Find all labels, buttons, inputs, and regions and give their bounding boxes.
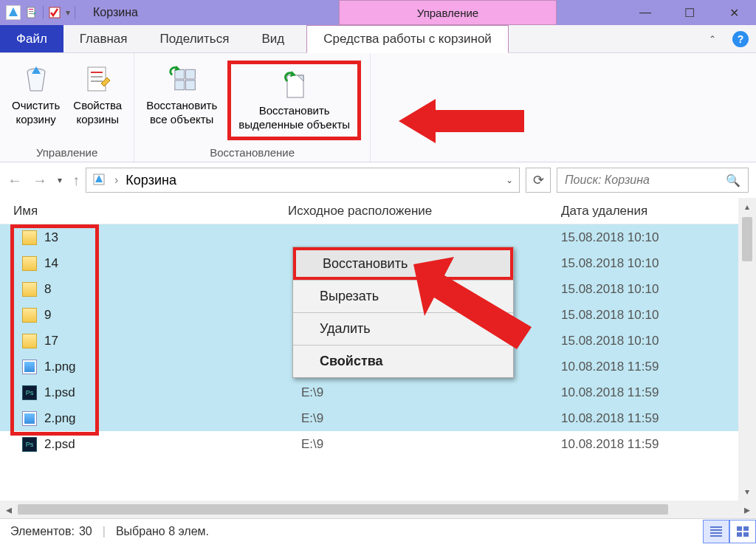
refresh-button[interactable]: ⟳ <box>526 168 551 193</box>
bin-props-label: Свойствакорзины <box>73 99 122 127</box>
file-name: 1.psd <box>44 385 75 400</box>
hscroll-thumb[interactable] <box>18 504 668 515</box>
folder-icon <box>22 256 37 271</box>
folder-icon <box>22 308 37 323</box>
psd-file-icon: Ps <box>22 385 37 400</box>
collapse-ribbon-icon[interactable]: ⌃ <box>709 34 716 44</box>
title-bar: ▾ Корзина Управление — ☐ ✕ <box>0 0 756 25</box>
svg-rect-28 <box>737 526 742 531</box>
restore-all-label: Восстановитьвсе объекты <box>146 99 217 127</box>
qat-dropdown-icon[interactable]: ▾ <box>66 7 70 18</box>
status-selected: Выбрано 8 элем. <box>116 525 209 538</box>
column-orig-location[interactable]: Исходное расположение <box>288 204 561 219</box>
ribbon-group-manage: Очиститькорзину Свойствакорзины Управлен… <box>0 53 134 162</box>
svg-rect-30 <box>737 532 742 537</box>
file-name: 2.png <box>44 411 76 426</box>
svg-marker-20 <box>399 99 524 143</box>
tab-home[interactable]: Главная <box>63 25 144 52</box>
svg-rect-31 <box>743 532 749 537</box>
recycle-bin-addr-icon <box>92 173 107 188</box>
properties-qat-icon[interactable] <box>25 6 38 19</box>
column-headers: Имя Исходное расположение Дата удаления <box>0 198 756 224</box>
address-input[interactable]: › Корзина ⌄ <box>86 168 520 193</box>
scroll-left-icon[interactable]: ◂ <box>0 503 18 517</box>
file-location: E:\9 <box>288 385 561 400</box>
restore-all-icon <box>165 63 198 96</box>
scroll-up-icon[interactable]: ▴ <box>738 198 756 216</box>
file-name: 17 <box>44 334 58 348</box>
breadcrumb-chevron-icon[interactable]: › <box>114 173 118 187</box>
vertical-scrollbar[interactable]: ▴ ▾ <box>738 198 756 501</box>
restore-selected-icon <box>278 69 311 101</box>
address-dropdown-icon[interactable]: ⌄ <box>506 175 513 185</box>
svg-rect-3 <box>29 11 33 12</box>
scroll-down-icon[interactable]: ▾ <box>738 483 756 501</box>
image-file-icon <box>22 360 37 374</box>
status-elements-count: 30 <box>79 525 92 538</box>
help-icon[interactable]: ? <box>732 31 749 47</box>
close-button[interactable]: ✕ <box>712 0 756 25</box>
file-name: 9 <box>44 308 51 323</box>
nav-history-dropdown-icon[interactable]: ▾ <box>58 175 62 185</box>
svg-rect-2 <box>29 9 33 10</box>
tab-recycle-tools[interactable]: Средства работы с корзиной <box>306 25 509 53</box>
view-details-button[interactable] <box>703 520 729 543</box>
checkbox-qat-icon[interactable] <box>48 6 61 19</box>
ribbon-tabs: Файл Главная Поделиться Вид Средства раб… <box>0 25 756 53</box>
ribbon-group-restore-label: Восстановление <box>143 145 361 159</box>
nav-forward-button[interactable]: → <box>32 172 47 189</box>
scroll-thumb[interactable] <box>742 217 752 261</box>
minimize-button[interactable]: — <box>623 0 667 25</box>
table-row[interactable]: 2.pngE:\910.08.2018 11:59 <box>0 405 756 431</box>
tab-view[interactable]: Вид <box>245 25 300 52</box>
maximize-button[interactable]: ☐ <box>667 0 712 25</box>
tab-share[interactable]: Поделиться <box>144 25 246 52</box>
file-date: 10.08.2018 11:59 <box>561 385 756 400</box>
table-row[interactable]: Ps1.psdE:\910.08.2018 11:59 <box>0 379 756 405</box>
svg-rect-13 <box>186 69 196 79</box>
scroll-right-icon[interactable]: ▸ <box>738 503 756 517</box>
svg-rect-10 <box>91 76 103 78</box>
address-bar: ← → ▾ ↑ › Корзина ⌄ ⟳ 🔍 <box>0 162 756 198</box>
empty-bin-label: Очиститькорзину <box>12 99 60 127</box>
file-date: 15.08.2018 10:10 <box>561 256 756 271</box>
svg-rect-14 <box>175 80 185 90</box>
restore-selected-label: Восстановитьвыделенные объекты <box>238 104 350 132</box>
file-name: 14 <box>44 256 58 271</box>
psd-file-icon: Ps <box>22 437 37 452</box>
table-row[interactable]: Ps2.psdE:\910.08.2018 11:59 <box>0 431 756 457</box>
file-list: Имя Исходное расположение Дата удаления … <box>0 198 756 501</box>
svg-rect-26 <box>710 532 722 534</box>
file-name: 2.psd <box>44 437 75 452</box>
column-date-deleted[interactable]: Дата удаления <box>561 204 756 219</box>
svg-rect-9 <box>91 72 103 73</box>
svg-marker-0 <box>9 7 18 16</box>
nav-back-button[interactable]: ← <box>7 172 22 189</box>
folder-icon <box>22 282 37 297</box>
file-date: 15.08.2018 10:10 <box>561 282 756 297</box>
annotation-arrow-icon <box>399 92 532 151</box>
breadcrumb-location[interactable]: Корзина <box>126 173 176 188</box>
restore-all-button[interactable]: Восстановитьвсе объекты <box>143 61 220 130</box>
svg-rect-8 <box>88 67 106 91</box>
nav-up-button[interactable]: ↑ <box>72 172 80 189</box>
tab-file[interactable]: Файл <box>0 25 63 52</box>
svg-rect-11 <box>91 80 103 82</box>
search-input[interactable] <box>565 173 726 187</box>
file-date: 15.08.2018 10:10 <box>561 334 756 348</box>
view-thumbnails-button[interactable] <box>729 520 756 543</box>
search-box[interactable]: 🔍 <box>557 168 749 193</box>
svg-rect-24 <box>710 526 722 528</box>
column-name[interactable]: Имя <box>0 204 288 219</box>
svg-rect-4 <box>29 13 33 14</box>
ribbon-group-manage-label: Управление <box>9 145 125 159</box>
file-date: 10.08.2018 11:59 <box>561 437 756 452</box>
recycle-bin-icon <box>6 5 21 20</box>
horizontal-scrollbar[interactable]: ◂ ▸ <box>0 501 756 518</box>
recycle-bin-properties-button[interactable]: Свойствакорзины <box>70 61 125 130</box>
search-icon[interactable]: 🔍 <box>726 173 740 188</box>
empty-recycle-bin-button[interactable]: Очиститькорзину <box>9 61 63 130</box>
restore-selected-button[interactable]: Восстановитьвыделенные объекты <box>227 61 361 140</box>
folder-icon <box>22 334 37 348</box>
image-file-icon <box>22 411 37 426</box>
